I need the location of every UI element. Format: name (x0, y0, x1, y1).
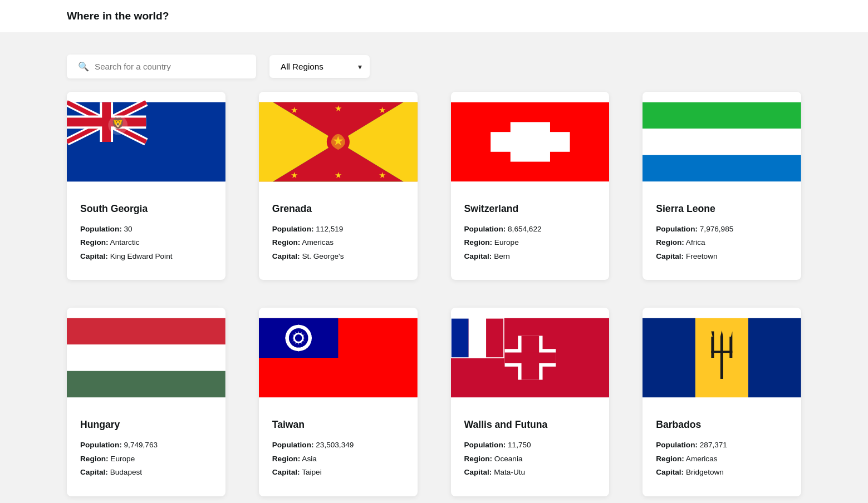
region-label: Region: (464, 238, 493, 246)
country-info: Population: 30 Region: Antarctic Capital… (80, 223, 212, 263)
region-label: Region: (656, 455, 684, 463)
country-name: Taiwan (272, 419, 404, 431)
population-line: Population: 8,654,622 (464, 223, 596, 236)
country-flag: 🦁 (67, 92, 225, 192)
population-label: Population: (80, 225, 122, 233)
country-name: Wallis and Futuna (464, 419, 596, 431)
population-label: Population: (656, 225, 698, 233)
country-flag (643, 308, 801, 408)
region-label: Region: (656, 238, 684, 246)
capital-label: Capital: (464, 468, 492, 476)
capital-line: Capital: Mata-Utu (464, 466, 596, 479)
population-line: Population: 30 (80, 223, 212, 236)
country-info: Population: 8,654,622 Region: Europe Cap… (464, 223, 596, 263)
population-label: Population: (80, 441, 122, 449)
svg-point-66 (295, 334, 302, 342)
country-card[interactable]: Barbados Population: 287,371 Region: Ame… (643, 308, 801, 496)
capital-line: Capital: St. George's (272, 250, 404, 263)
region-line: Region: Asia (272, 452, 404, 466)
country-card[interactable]: Taiwan Population: 23,503,349 Region: As… (259, 308, 418, 496)
capital-label: Capital: (80, 252, 108, 260)
svg-rect-77 (748, 318, 801, 397)
country-info: Population: 11,750 Region: Oceania Capit… (464, 438, 596, 479)
svg-rect-69 (468, 318, 486, 358)
region-label: Region: (80, 455, 109, 463)
capital-label: Capital: (80, 468, 108, 476)
country-card[interactable]: Hungary Population: 9,749,763 Region: Eu… (67, 308, 225, 496)
card-body: Wallis and Futuna Population: 11,750 Reg… (451, 408, 610, 496)
capital-label: Capital: (464, 252, 492, 260)
population-line: Population: 7,976,985 (656, 223, 788, 236)
card-body: Taiwan Population: 23,503,349 Region: As… (259, 408, 418, 496)
country-flag (643, 92, 801, 192)
svg-text:★: ★ (335, 170, 342, 180)
capital-line: Capital: Budapest (80, 466, 212, 479)
country-card[interactable]: Switzerland Population: 8,654,622 Region… (451, 92, 610, 280)
country-name: Hungary (80, 419, 212, 431)
country-flag (259, 308, 418, 408)
search-icon: 🔍 (78, 61, 89, 72)
population-label: Population: (272, 225, 314, 233)
card-body: Switzerland Population: 8,654,622 Region… (451, 192, 610, 280)
country-name: Sierra Leone (656, 203, 788, 215)
country-grid: 🦁 South Georgia Population: 30 Region: A… (0, 92, 868, 503)
population-label: Population: (464, 441, 506, 449)
country-info: Population: 287,371 Region: Americas Cap… (656, 438, 788, 479)
country-name: South Georgia (80, 203, 212, 215)
capital-label: Capital: (656, 468, 684, 476)
country-name: Grenada (272, 203, 404, 215)
svg-rect-34 (67, 318, 225, 344)
country-card[interactable]: ★ ★ ★ ★ ★ ★ ★ Grenada Population: 112,51… (259, 92, 418, 280)
capital-line: Capital: Freetown (656, 250, 788, 263)
population-label: Population: (656, 441, 698, 449)
page-title: Where in the world? (67, 10, 801, 22)
region-label: Region: (464, 455, 493, 463)
svg-rect-32 (643, 129, 801, 155)
capital-line: Capital: King Edward Point (80, 250, 212, 263)
country-flag (451, 308, 610, 408)
svg-rect-31 (643, 102, 801, 129)
svg-text:★: ★ (335, 103, 342, 113)
svg-rect-75 (504, 353, 556, 363)
card-body: Sierra Leone Population: 7,976,985 Regio… (643, 192, 801, 280)
country-name: Barbados (656, 419, 788, 431)
svg-rect-76 (643, 318, 695, 397)
svg-rect-35 (67, 345, 225, 371)
svg-rect-33 (643, 155, 801, 181)
region-line: Region: Europe (464, 236, 596, 249)
country-card[interactable]: Sierra Leone Population: 7,976,985 Regio… (643, 92, 801, 280)
svg-rect-68 (451, 318, 469, 358)
svg-text:★: ★ (379, 170, 386, 180)
country-name: Switzerland (464, 203, 596, 215)
svg-rect-80 (712, 337, 714, 358)
population-line: Population: 11,750 (464, 438, 596, 452)
svg-text:★: ★ (379, 105, 386, 115)
svg-rect-30 (491, 132, 570, 152)
country-info: Population: 9,749,763 Region: Europe Cap… (80, 438, 212, 479)
country-info: Population: 23,503,349 Region: Asia Capi… (272, 438, 404, 479)
region-line: Region: Antarctic (80, 236, 212, 249)
capital-line: Capital: Taipei (272, 466, 404, 479)
population-line: Population: 287,371 (656, 438, 788, 452)
population-label: Population: (464, 225, 506, 233)
country-card[interactable]: 🦁 South Georgia Population: 30 Region: A… (67, 92, 225, 280)
svg-rect-36 (67, 371, 225, 397)
svg-rect-85 (712, 351, 733, 353)
region-line: Region: Americas (656, 452, 788, 466)
country-card[interactable]: Wallis and Futuna Population: 11,750 Reg… (451, 308, 610, 496)
country-info: Population: 112,519 Region: Americas Cap… (272, 223, 404, 263)
svg-text:★: ★ (291, 105, 298, 115)
country-flag (67, 308, 225, 408)
population-line: Population: 23,503,349 (272, 438, 404, 452)
region-label: Region: (272, 455, 301, 463)
region-line: Region: Africa (656, 236, 788, 249)
capital-line: Capital: Bridgetown (656, 466, 788, 479)
country-info: Population: 7,976,985 Region: Africa Cap… (656, 223, 788, 263)
capital-line: Capital: Bern (464, 250, 596, 263)
region-line: Region: Oceania (464, 452, 596, 466)
svg-text:★: ★ (291, 170, 298, 180)
search-input[interactable] (95, 62, 245, 71)
region-filter-wrapper: All Regions Africa Americas Asia Europe … (269, 55, 370, 78)
capital-label: Capital: (272, 252, 300, 260)
region-select[interactable]: All Regions Africa Americas Asia Europe … (269, 55, 370, 78)
